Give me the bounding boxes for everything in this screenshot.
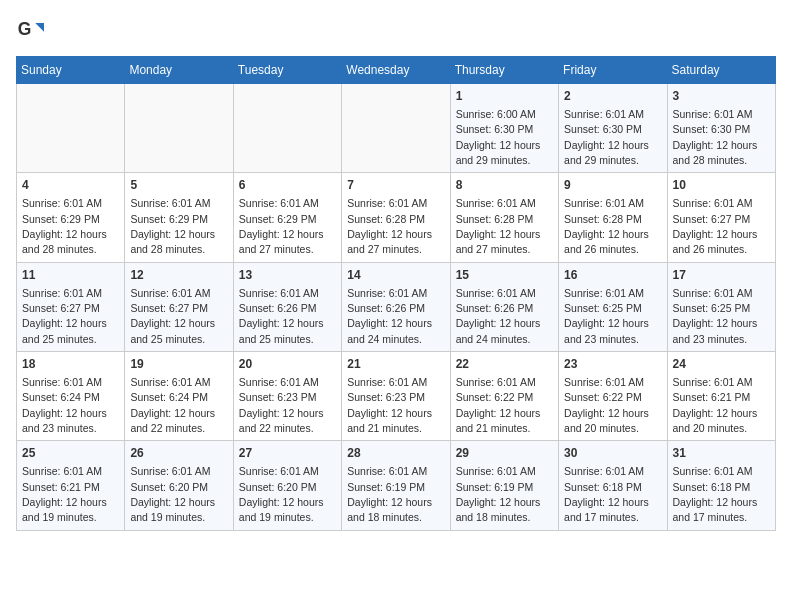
calendar-cell: 13Sunrise: 6:01 AM Sunset: 6:26 PM Dayli… <box>233 262 341 351</box>
weekday-header-row: SundayMondayTuesdayWednesdayThursdayFrid… <box>17 57 776 84</box>
day-number: 25 <box>22 445 119 462</box>
day-number: 11 <box>22 267 119 284</box>
calendar-cell: 20Sunrise: 6:01 AM Sunset: 6:23 PM Dayli… <box>233 352 341 441</box>
day-info: Sunrise: 6:01 AM Sunset: 6:26 PM Dayligh… <box>456 287 541 345</box>
calendar-cell: 12Sunrise: 6:01 AM Sunset: 6:27 PM Dayli… <box>125 262 233 351</box>
day-number: 14 <box>347 267 444 284</box>
week-row-4: 18Sunrise: 6:01 AM Sunset: 6:24 PM Dayli… <box>17 352 776 441</box>
day-number: 20 <box>239 356 336 373</box>
day-number: 29 <box>456 445 553 462</box>
day-number: 30 <box>564 445 661 462</box>
day-info: Sunrise: 6:01 AM Sunset: 6:22 PM Dayligh… <box>456 376 541 434</box>
calendar-cell: 2Sunrise: 6:01 AM Sunset: 6:30 PM Daylig… <box>559 84 667 173</box>
day-info: Sunrise: 6:01 AM Sunset: 6:20 PM Dayligh… <box>239 465 324 523</box>
day-number: 5 <box>130 177 227 194</box>
day-number: 1 <box>456 88 553 105</box>
day-info: Sunrise: 6:00 AM Sunset: 6:30 PM Dayligh… <box>456 108 541 166</box>
calendar-cell: 27Sunrise: 6:01 AM Sunset: 6:20 PM Dayli… <box>233 441 341 530</box>
day-number: 27 <box>239 445 336 462</box>
calendar-cell: 16Sunrise: 6:01 AM Sunset: 6:25 PM Dayli… <box>559 262 667 351</box>
weekday-header-sunday: Sunday <box>17 57 125 84</box>
weekday-header-monday: Monday <box>125 57 233 84</box>
calendar-cell: 24Sunrise: 6:01 AM Sunset: 6:21 PM Dayli… <box>667 352 775 441</box>
day-info: Sunrise: 6:01 AM Sunset: 6:18 PM Dayligh… <box>564 465 649 523</box>
day-info: Sunrise: 6:01 AM Sunset: 6:28 PM Dayligh… <box>347 197 432 255</box>
day-number: 4 <box>22 177 119 194</box>
day-info: Sunrise: 6:01 AM Sunset: 6:25 PM Dayligh… <box>564 287 649 345</box>
calendar-cell: 29Sunrise: 6:01 AM Sunset: 6:19 PM Dayli… <box>450 441 558 530</box>
calendar-cell: 26Sunrise: 6:01 AM Sunset: 6:20 PM Dayli… <box>125 441 233 530</box>
header: G <box>16 16 776 44</box>
calendar-cell <box>17 84 125 173</box>
weekday-header-saturday: Saturday <box>667 57 775 84</box>
day-info: Sunrise: 6:01 AM Sunset: 6:27 PM Dayligh… <box>22 287 107 345</box>
weekday-header-friday: Friday <box>559 57 667 84</box>
calendar-cell: 7Sunrise: 6:01 AM Sunset: 6:28 PM Daylig… <box>342 173 450 262</box>
calendar-cell <box>342 84 450 173</box>
day-number: 9 <box>564 177 661 194</box>
day-info: Sunrise: 6:01 AM Sunset: 6:23 PM Dayligh… <box>239 376 324 434</box>
day-info: Sunrise: 6:01 AM Sunset: 6:20 PM Dayligh… <box>130 465 215 523</box>
day-info: Sunrise: 6:01 AM Sunset: 6:23 PM Dayligh… <box>347 376 432 434</box>
calendar-cell: 15Sunrise: 6:01 AM Sunset: 6:26 PM Dayli… <box>450 262 558 351</box>
day-number: 12 <box>130 267 227 284</box>
day-info: Sunrise: 6:01 AM Sunset: 6:21 PM Dayligh… <box>22 465 107 523</box>
calendar-cell: 6Sunrise: 6:01 AM Sunset: 6:29 PM Daylig… <box>233 173 341 262</box>
day-info: Sunrise: 6:01 AM Sunset: 6:29 PM Dayligh… <box>239 197 324 255</box>
calendar-cell: 19Sunrise: 6:01 AM Sunset: 6:24 PM Dayli… <box>125 352 233 441</box>
day-info: Sunrise: 6:01 AM Sunset: 6:25 PM Dayligh… <box>673 287 758 345</box>
day-info: Sunrise: 6:01 AM Sunset: 6:19 PM Dayligh… <box>456 465 541 523</box>
weekday-header-tuesday: Tuesday <box>233 57 341 84</box>
day-number: 3 <box>673 88 770 105</box>
calendar-cell: 9Sunrise: 6:01 AM Sunset: 6:28 PM Daylig… <box>559 173 667 262</box>
svg-marker-1 <box>35 23 44 32</box>
day-info: Sunrise: 6:01 AM Sunset: 6:26 PM Dayligh… <box>347 287 432 345</box>
day-info: Sunrise: 6:01 AM Sunset: 6:18 PM Dayligh… <box>673 465 758 523</box>
day-info: Sunrise: 6:01 AM Sunset: 6:27 PM Dayligh… <box>130 287 215 345</box>
weekday-header-thursday: Thursday <box>450 57 558 84</box>
day-number: 7 <box>347 177 444 194</box>
calendar-cell <box>233 84 341 173</box>
day-number: 10 <box>673 177 770 194</box>
svg-text:G: G <box>18 19 32 39</box>
calendar-cell: 31Sunrise: 6:01 AM Sunset: 6:18 PM Dayli… <box>667 441 775 530</box>
day-info: Sunrise: 6:01 AM Sunset: 6:24 PM Dayligh… <box>130 376 215 434</box>
day-number: 15 <box>456 267 553 284</box>
calendar-cell: 23Sunrise: 6:01 AM Sunset: 6:22 PM Dayli… <box>559 352 667 441</box>
calendar-cell: 5Sunrise: 6:01 AM Sunset: 6:29 PM Daylig… <box>125 173 233 262</box>
day-number: 17 <box>673 267 770 284</box>
calendar-cell: 1Sunrise: 6:00 AM Sunset: 6:30 PM Daylig… <box>450 84 558 173</box>
calendar-cell: 22Sunrise: 6:01 AM Sunset: 6:22 PM Dayli… <box>450 352 558 441</box>
day-number: 2 <box>564 88 661 105</box>
day-info: Sunrise: 6:01 AM Sunset: 6:26 PM Dayligh… <box>239 287 324 345</box>
calendar-cell: 21Sunrise: 6:01 AM Sunset: 6:23 PM Dayli… <box>342 352 450 441</box>
day-number: 31 <box>673 445 770 462</box>
week-row-3: 11Sunrise: 6:01 AM Sunset: 6:27 PM Dayli… <box>17 262 776 351</box>
day-number: 6 <box>239 177 336 194</box>
calendar-cell: 28Sunrise: 6:01 AM Sunset: 6:19 PM Dayli… <box>342 441 450 530</box>
day-number: 19 <box>130 356 227 373</box>
day-number: 13 <box>239 267 336 284</box>
weekday-header-wednesday: Wednesday <box>342 57 450 84</box>
day-info: Sunrise: 6:01 AM Sunset: 6:24 PM Dayligh… <box>22 376 107 434</box>
calendar-cell: 3Sunrise: 6:01 AM Sunset: 6:30 PM Daylig… <box>667 84 775 173</box>
day-number: 16 <box>564 267 661 284</box>
day-info: Sunrise: 6:01 AM Sunset: 6:29 PM Dayligh… <box>130 197 215 255</box>
day-info: Sunrise: 6:01 AM Sunset: 6:30 PM Dayligh… <box>564 108 649 166</box>
day-number: 24 <box>673 356 770 373</box>
week-row-2: 4Sunrise: 6:01 AM Sunset: 6:29 PM Daylig… <box>17 173 776 262</box>
calendar-cell: 11Sunrise: 6:01 AM Sunset: 6:27 PM Dayli… <box>17 262 125 351</box>
day-number: 8 <box>456 177 553 194</box>
week-row-1: 1Sunrise: 6:00 AM Sunset: 6:30 PM Daylig… <box>17 84 776 173</box>
calendar-cell: 14Sunrise: 6:01 AM Sunset: 6:26 PM Dayli… <box>342 262 450 351</box>
day-info: Sunrise: 6:01 AM Sunset: 6:29 PM Dayligh… <box>22 197 107 255</box>
day-info: Sunrise: 6:01 AM Sunset: 6:21 PM Dayligh… <box>673 376 758 434</box>
calendar-cell: 25Sunrise: 6:01 AM Sunset: 6:21 PM Dayli… <box>17 441 125 530</box>
day-info: Sunrise: 6:01 AM Sunset: 6:27 PM Dayligh… <box>673 197 758 255</box>
logo-icon: G <box>16 16 44 44</box>
calendar-cell: 17Sunrise: 6:01 AM Sunset: 6:25 PM Dayli… <box>667 262 775 351</box>
day-info: Sunrise: 6:01 AM Sunset: 6:22 PM Dayligh… <box>564 376 649 434</box>
day-number: 28 <box>347 445 444 462</box>
logo: G <box>16 16 48 44</box>
calendar-table: SundayMondayTuesdayWednesdayThursdayFrid… <box>16 56 776 531</box>
